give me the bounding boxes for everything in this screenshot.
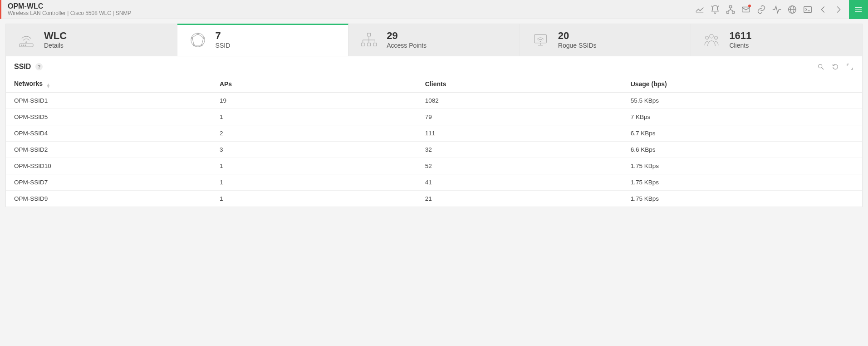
table-row[interactable]: OPM-SSID91211.75 KBps — [6, 191, 862, 207]
tab-big: 29 — [387, 31, 427, 41]
globe-icon[interactable] — [785, 0, 800, 19]
tab-clients[interactable]: 1611 Clients — [691, 24, 862, 56]
tab-big: 7 — [216, 31, 230, 41]
panel-title: SSID ? — [14, 63, 43, 71]
rogue-icon — [531, 30, 550, 49]
cell-clients: 1082 — [417, 93, 623, 109]
col-usage[interactable]: Usage (bps) — [623, 75, 862, 93]
cell-usage: 6.7 KBps — [623, 125, 862, 142]
table-row[interactable]: OPM-SSID23326.6 KBps — [6, 142, 862, 158]
cell-clients: 111 — [417, 125, 623, 142]
help-icon[interactable]: ? — [35, 63, 43, 70]
sort-icon: ▲▼ — [46, 84, 50, 88]
panel-title-text: SSID — [14, 63, 31, 71]
svg-rect-35 — [362, 43, 365, 46]
col-networks[interactable]: Networks ▲▼ — [6, 75, 211, 93]
ssid-panel: SSID ? Networks ▲▼ APs Clients — [5, 56, 863, 207]
svg-point-19 — [21, 45, 22, 46]
cell-usage: 55.5 KBps — [623, 93, 862, 109]
cell-usage: 1.75 KBps — [623, 158, 862, 174]
cell-clients: 41 — [417, 174, 623, 191]
ssid-icon — [188, 30, 207, 49]
wlc-icon — [17, 30, 36, 49]
cell-clients: 52 — [417, 158, 623, 174]
cell-aps: 2 — [211, 125, 417, 142]
cell-usage: 1.75 KBps — [623, 174, 862, 191]
svg-point-45 — [819, 64, 822, 68]
cell-aps: 3 — [211, 142, 417, 158]
prev-icon[interactable] — [815, 0, 831, 19]
cell-network: OPM-SSID5 — [6, 109, 211, 125]
cell-aps: 1 — [211, 174, 417, 191]
header-toolbar — [692, 0, 868, 19]
cell-aps: 1 — [211, 158, 417, 174]
svg-line-1 — [718, 5, 719, 7]
link-icon[interactable] — [754, 0, 769, 19]
table-row[interactable]: OPM-SSID71411.75 KBps — [6, 174, 862, 191]
search-icon[interactable] — [817, 63, 825, 71]
svg-line-0 — [711, 5, 713, 7]
cell-aps: 1 — [211, 191, 417, 207]
svg-rect-3 — [727, 11, 729, 13]
alarm-icon[interactable] — [707, 0, 723, 19]
cell-usage: 6.6 KBps — [623, 142, 862, 158]
tab-access-points[interactable]: 29 Access Points — [348, 24, 520, 56]
cell-clients: 21 — [417, 191, 623, 207]
clients-icon — [702, 30, 721, 49]
expand-icon[interactable] — [846, 63, 854, 71]
svg-rect-4 — [732, 11, 735, 13]
svg-point-22 — [191, 33, 205, 47]
tab-label: SSID — [216, 42, 230, 49]
svg-point-21 — [25, 45, 26, 46]
col-clients[interactable]: Clients — [417, 75, 623, 93]
cell-network: OPM-SSID9 — [6, 191, 211, 207]
col-aps[interactable]: APs — [211, 75, 417, 93]
tab-big: 1611 — [729, 31, 751, 41]
next-icon[interactable] — [831, 0, 846, 19]
tab-rogue-ssids[interactable]: 20 Rogue SSIDs — [520, 24, 691, 56]
table-row[interactable]: OPM-SSID421116.7 KBps — [6, 125, 862, 142]
svg-rect-37 — [373, 43, 377, 46]
device-subtitle: Wireless LAN Controller | Cisco 5508 WLC… — [8, 10, 131, 16]
cell-network: OPM-SSID2 — [6, 142, 211, 158]
tab-wlc-details[interactable]: WLC Details — [6, 24, 177, 56]
tab-big: 20 — [558, 31, 597, 41]
table-row[interactable]: OPM-SSID119108255.5 KBps — [6, 93, 862, 109]
refresh-icon[interactable] — [831, 63, 839, 71]
svg-rect-8 — [742, 7, 750, 12]
chart-icon[interactable] — [692, 0, 707, 19]
tab-label: Clients — [729, 42, 751, 49]
summary-tabs: WLC Details 7 SSID 29 Access Points 20 R… — [5, 24, 863, 56]
access-points-icon — [359, 30, 378, 49]
mail-icon[interactable] — [738, 0, 754, 19]
activity-icon[interactable] — [769, 0, 785, 19]
cell-usage: 7 KBps — [623, 109, 862, 125]
svg-rect-12 — [804, 6, 812, 12]
svg-rect-29 — [368, 33, 371, 36]
panel-header: SSID ? — [6, 56, 862, 75]
svg-rect-36 — [368, 43, 371, 46]
svg-point-41 — [540, 41, 541, 42]
cell-aps: 19 — [211, 93, 417, 109]
cell-network: OPM-SSID4 — [6, 125, 211, 142]
menu-button[interactable] — [849, 0, 868, 19]
tab-label: Details — [44, 42, 67, 49]
svg-point-17 — [26, 42, 27, 43]
svg-marker-28 — [192, 34, 203, 45]
cell-usage: 1.75 KBps — [623, 191, 862, 207]
ssid-table: Networks ▲▼ APs Clients Usage (bps) OPM-… — [6, 75, 862, 207]
terminal-icon[interactable] — [800, 0, 815, 19]
header-left: OPM-WLC Wireless LAN Controller | Cisco … — [1, 1, 131, 18]
tab-ssid[interactable]: 7 SSID — [177, 24, 349, 56]
cell-aps: 1 — [211, 109, 417, 125]
cell-network: OPM-SSID10 — [6, 158, 211, 174]
topology-icon[interactable] — [723, 0, 738, 19]
svg-point-42 — [710, 35, 713, 38]
tab-big: WLC — [44, 31, 67, 41]
device-title: OPM-WLC — [8, 2, 131, 10]
cell-clients: 79 — [417, 109, 623, 125]
cell-network: OPM-SSID1 — [6, 93, 211, 109]
table-row[interactable]: OPM-SSID101521.75 KBps — [6, 158, 862, 174]
table-row[interactable]: OPM-SSID51797 KBps — [6, 109, 862, 125]
panel-actions — [817, 63, 854, 71]
